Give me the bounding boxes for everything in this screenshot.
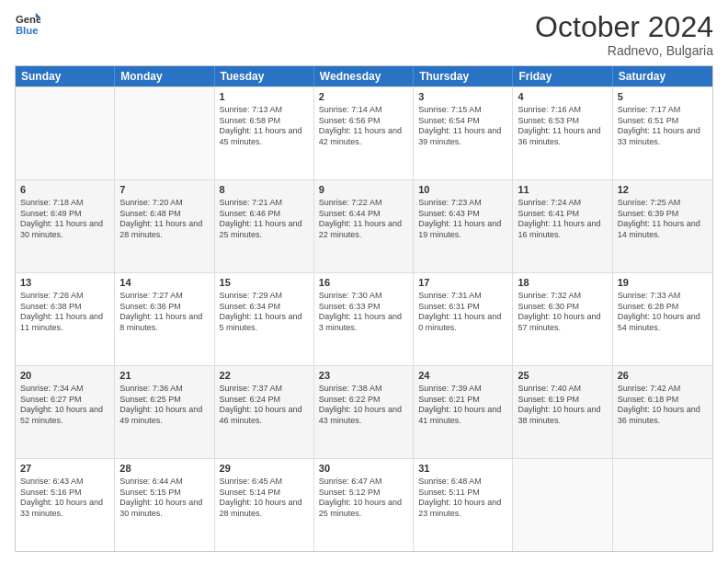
day-info: Sunrise: 7:27 AM Sunset: 6:36 PM Dayligh… bbox=[119, 291, 209, 334]
day-number: 29 bbox=[220, 462, 309, 476]
day-number: 14 bbox=[119, 276, 209, 290]
day-of-week-header: Wednesday bbox=[314, 66, 414, 86]
day-info: Sunrise: 7:30 AM Sunset: 6:33 PM Dayligh… bbox=[319, 291, 408, 334]
day-info: Sunrise: 7:33 AM Sunset: 6:28 PM Dayligh… bbox=[618, 291, 708, 334]
day-number: 17 bbox=[418, 276, 507, 290]
day-number: 30 bbox=[319, 462, 408, 476]
day-of-week-header: Saturday bbox=[613, 66, 712, 86]
calendar-cell bbox=[115, 87, 214, 179]
day-number: 9 bbox=[319, 183, 408, 197]
day-info: Sunrise: 7:16 AM Sunset: 6:53 PM Dayligh… bbox=[518, 105, 607, 148]
calendar-cell: 23Sunrise: 7:38 AM Sunset: 6:22 PM Dayli… bbox=[314, 366, 414, 458]
logo-icon: General Blue bbox=[15, 11, 40, 37]
day-number: 8 bbox=[220, 183, 309, 197]
month-title: October 2024 bbox=[535, 11, 713, 43]
calendar-cell: 21Sunrise: 7:36 AM Sunset: 6:25 PM Dayli… bbox=[115, 366, 214, 458]
day-info: Sunrise: 6:45 AM Sunset: 5:14 PM Dayligh… bbox=[220, 477, 309, 520]
day-info: Sunrise: 6:48 AM Sunset: 5:11 PM Dayligh… bbox=[418, 477, 507, 520]
day-number: 25 bbox=[518, 369, 607, 383]
calendar-cell: 1Sunrise: 7:13 AM Sunset: 6:58 PM Daylig… bbox=[215, 87, 314, 179]
day-number: 18 bbox=[518, 276, 607, 290]
day-info: Sunrise: 7:39 AM Sunset: 6:21 PM Dayligh… bbox=[418, 384, 507, 427]
day-number: 22 bbox=[220, 369, 309, 383]
calendar-week-row: 20Sunrise: 7:34 AM Sunset: 6:27 PM Dayli… bbox=[16, 365, 712, 458]
calendar-week-row: 1Sunrise: 7:13 AM Sunset: 6:58 PM Daylig… bbox=[16, 86, 712, 179]
day-number: 15 bbox=[220, 276, 309, 290]
calendar-cell: 2Sunrise: 7:14 AM Sunset: 6:56 PM Daylig… bbox=[314, 87, 414, 179]
calendar-cell: 24Sunrise: 7:39 AM Sunset: 6:21 PM Dayli… bbox=[414, 366, 513, 458]
calendar-cell: 17Sunrise: 7:31 AM Sunset: 6:31 PM Dayli… bbox=[414, 273, 513, 365]
calendar-cell bbox=[613, 459, 712, 551]
calendar-cell: 22Sunrise: 7:37 AM Sunset: 6:24 PM Dayli… bbox=[215, 366, 314, 458]
day-info: Sunrise: 7:25 AM Sunset: 6:39 PM Dayligh… bbox=[618, 198, 708, 241]
calendar-cell: 25Sunrise: 7:40 AM Sunset: 6:19 PM Dayli… bbox=[513, 366, 612, 458]
calendar-cell: 13Sunrise: 7:26 AM Sunset: 6:38 PM Dayli… bbox=[16, 273, 115, 365]
day-of-week-header: Friday bbox=[513, 66, 612, 86]
day-number: 13 bbox=[20, 276, 109, 290]
day-info: Sunrise: 7:40 AM Sunset: 6:19 PM Dayligh… bbox=[518, 384, 607, 427]
calendar-cell: 9Sunrise: 7:22 AM Sunset: 6:44 PM Daylig… bbox=[314, 180, 414, 272]
day-number: 16 bbox=[319, 276, 408, 290]
day-of-week-header: Tuesday bbox=[215, 66, 314, 86]
day-of-week-header: Sunday bbox=[16, 66, 115, 86]
day-info: Sunrise: 6:47 AM Sunset: 5:12 PM Dayligh… bbox=[319, 477, 408, 520]
calendar-cell bbox=[513, 459, 612, 551]
calendar-cell: 20Sunrise: 7:34 AM Sunset: 6:27 PM Dayli… bbox=[16, 366, 115, 458]
day-number: 3 bbox=[418, 90, 507, 104]
day-info: Sunrise: 6:43 AM Sunset: 5:16 PM Dayligh… bbox=[20, 477, 109, 520]
calendar-cell: 15Sunrise: 7:29 AM Sunset: 6:34 PM Dayli… bbox=[215, 273, 314, 365]
day-of-week-header: Thursday bbox=[414, 66, 513, 86]
calendar-cell: 10Sunrise: 7:23 AM Sunset: 6:43 PM Dayli… bbox=[414, 180, 513, 272]
day-number: 27 bbox=[20, 462, 109, 476]
day-info: Sunrise: 7:32 AM Sunset: 6:30 PM Dayligh… bbox=[518, 291, 607, 334]
day-info: Sunrise: 7:21 AM Sunset: 6:46 PM Dayligh… bbox=[220, 198, 309, 241]
calendar-cell: 27Sunrise: 6:43 AM Sunset: 5:16 PM Dayli… bbox=[16, 459, 115, 551]
calendar-cell: 11Sunrise: 7:24 AM Sunset: 6:41 PM Dayli… bbox=[513, 180, 612, 272]
day-info: Sunrise: 7:23 AM Sunset: 6:43 PM Dayligh… bbox=[418, 198, 507, 241]
day-info: Sunrise: 7:20 AM Sunset: 6:48 PM Dayligh… bbox=[119, 198, 209, 241]
day-number: 12 bbox=[618, 183, 708, 197]
day-info: Sunrise: 7:37 AM Sunset: 6:24 PM Dayligh… bbox=[220, 384, 309, 427]
calendar-cell bbox=[16, 87, 115, 179]
day-number: 23 bbox=[319, 369, 408, 383]
day-number: 24 bbox=[418, 369, 507, 383]
calendar-cell: 18Sunrise: 7:32 AM Sunset: 6:30 PM Dayli… bbox=[513, 273, 612, 365]
day-info: Sunrise: 7:15 AM Sunset: 6:54 PM Dayligh… bbox=[418, 105, 507, 148]
day-info: Sunrise: 6:44 AM Sunset: 5:15 PM Dayligh… bbox=[119, 477, 209, 520]
location: Radnevo, Bulgaria bbox=[535, 43, 713, 58]
day-of-week-header: Monday bbox=[115, 66, 214, 86]
calendar-cell: 3Sunrise: 7:15 AM Sunset: 6:54 PM Daylig… bbox=[414, 87, 513, 179]
day-info: Sunrise: 7:31 AM Sunset: 6:31 PM Dayligh… bbox=[418, 291, 507, 334]
calendar-cell: 29Sunrise: 6:45 AM Sunset: 5:14 PM Dayli… bbox=[215, 459, 314, 551]
day-number: 26 bbox=[618, 369, 708, 383]
calendar-week-row: 13Sunrise: 7:26 AM Sunset: 6:38 PM Dayli… bbox=[16, 272, 712, 365]
calendar-week-row: 6Sunrise: 7:18 AM Sunset: 6:49 PM Daylig… bbox=[16, 179, 712, 272]
day-number: 5 bbox=[618, 90, 708, 104]
calendar-body: 1Sunrise: 7:13 AM Sunset: 6:58 PM Daylig… bbox=[16, 86, 712, 551]
day-number: 1 bbox=[220, 90, 309, 104]
calendar-cell: 8Sunrise: 7:21 AM Sunset: 6:46 PM Daylig… bbox=[215, 180, 314, 272]
calendar-cell: 16Sunrise: 7:30 AM Sunset: 6:33 PM Dayli… bbox=[314, 273, 414, 365]
day-info: Sunrise: 7:18 AM Sunset: 6:49 PM Dayligh… bbox=[20, 198, 109, 241]
calendar-cell: 30Sunrise: 6:47 AM Sunset: 5:12 PM Dayli… bbox=[314, 459, 414, 551]
day-number: 28 bbox=[119, 462, 209, 476]
day-info: Sunrise: 7:38 AM Sunset: 6:22 PM Dayligh… bbox=[319, 384, 408, 427]
day-number: 20 bbox=[20, 369, 109, 383]
calendar: SundayMondayTuesdayWednesdayThursdayFrid… bbox=[15, 65, 713, 552]
calendar-cell: 26Sunrise: 7:42 AM Sunset: 6:18 PM Dayli… bbox=[613, 366, 712, 458]
calendar-week-row: 27Sunrise: 6:43 AM Sunset: 5:16 PM Dayli… bbox=[16, 458, 712, 551]
day-info: Sunrise: 7:24 AM Sunset: 6:41 PM Dayligh… bbox=[518, 198, 607, 241]
logo: General Blue bbox=[15, 11, 40, 37]
header: General Blue October 2024 Radnevo, Bulga… bbox=[15, 11, 713, 58]
day-info: Sunrise: 7:13 AM Sunset: 6:58 PM Dayligh… bbox=[220, 105, 309, 148]
day-info: Sunrise: 7:34 AM Sunset: 6:27 PM Dayligh… bbox=[20, 384, 109, 427]
day-number: 2 bbox=[319, 90, 408, 104]
day-number: 7 bbox=[119, 183, 209, 197]
title-block: October 2024 Radnevo, Bulgaria bbox=[535, 11, 713, 58]
calendar-cell: 28Sunrise: 6:44 AM Sunset: 5:15 PM Dayli… bbox=[115, 459, 214, 551]
day-number: 31 bbox=[418, 462, 507, 476]
day-number: 19 bbox=[618, 276, 708, 290]
day-number: 21 bbox=[119, 369, 209, 383]
calendar-cell: 12Sunrise: 7:25 AM Sunset: 6:39 PM Dayli… bbox=[613, 180, 712, 272]
day-number: 6 bbox=[20, 183, 109, 197]
